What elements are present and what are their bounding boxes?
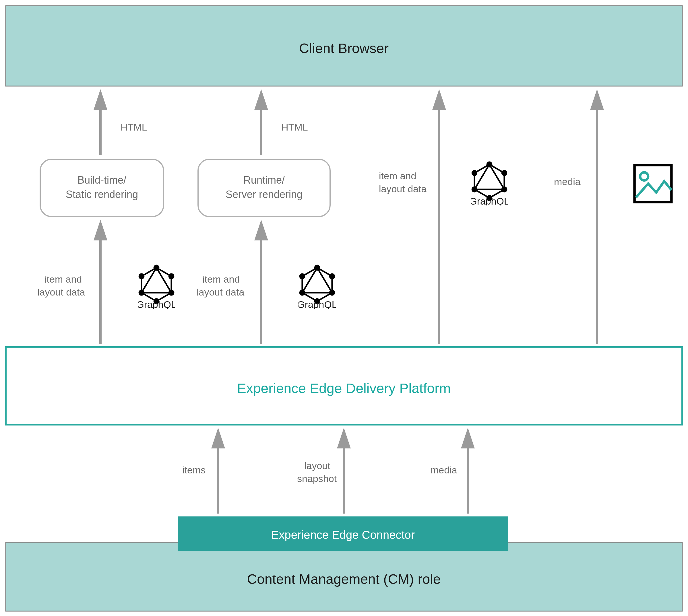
runtime-line2: Server rendering [225, 189, 303, 200]
arrow-layout-snapshot: layout snapshot [297, 435, 344, 513]
build-time-node: Build-time/ Static rendering [40, 159, 164, 217]
itemlayout-label-3b: layout data [379, 183, 427, 194]
runtime-node: Runtime/ Server rendering [198, 159, 330, 217]
architecture-diagram: GraphQL Client Browser HTML HTML item an… [0, 0, 688, 616]
svg-rect-16 [198, 159, 330, 217]
experience-edge-platform-label: Experience Edge Delivery Platform [237, 381, 451, 396]
buildtime-line2: Static rendering [66, 189, 138, 200]
layout-snapshot-label-2: snapshot [297, 473, 337, 484]
arrow-buildtime-to-browser: HTML [101, 96, 147, 155]
graphql-icon [297, 265, 337, 310]
media-label-bottom: media [431, 464, 457, 476]
arrow-runtime-to-browser: HTML [261, 96, 308, 155]
html-label-2: HTML [281, 122, 308, 133]
layout-snapshot-label-1: layout [304, 460, 330, 471]
itemlayout-label-2b: layout data [197, 287, 244, 298]
image-icon [635, 165, 672, 202]
arrow-items: items [182, 435, 218, 513]
buildtime-line1: Build-time/ [78, 174, 126, 186]
cm-role-label: Content Management (CM) role [247, 572, 441, 587]
svg-rect-15 [40, 159, 164, 217]
arrow-platform-to-buildtime: item and layout data [37, 227, 101, 344]
experience-edge-platform-box: Experience Edge Delivery Platform [6, 347, 682, 425]
runtime-line1: Runtime/ [243, 174, 285, 186]
arrow-platform-to-runtime: item and layout data [197, 227, 261, 344]
itemlayout-label-3a: item and [379, 171, 416, 181]
arrow-platform-to-browser-data: item and layout data [379, 96, 439, 344]
itemlayout-label-2a: item and [202, 274, 240, 285]
experience-edge-connector-box: Experience Edge Connector [178, 516, 508, 551]
graphql-icon [469, 161, 509, 207]
itemlayout-label-1b: layout data [37, 287, 85, 298]
graphql-icon [136, 265, 176, 310]
client-browser-label: Client Browser [299, 41, 389, 56]
arrow-media: media [431, 435, 468, 513]
items-label: items [182, 464, 206, 476]
itemlayout-label-1a: item and [44, 274, 82, 285]
media-label-top: media [554, 176, 581, 187]
arrow-platform-to-browser-media: media [554, 96, 597, 344]
experience-edge-connector-label: Experience Edge Connector [271, 528, 415, 541]
client-browser-box: Client Browser [6, 6, 682, 86]
html-label-1: HTML [121, 122, 147, 133]
